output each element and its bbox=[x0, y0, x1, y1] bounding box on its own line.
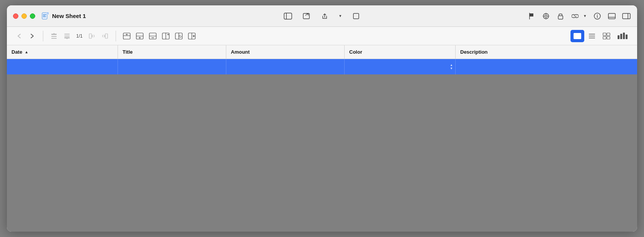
svg-point-19 bbox=[597, 14, 598, 15]
sidebar-left-icon[interactable] bbox=[283, 11, 293, 21]
flag-icon[interactable] bbox=[527, 12, 536, 21]
svg-rect-67 bbox=[603, 36, 606, 39]
svg-rect-2 bbox=[43, 15, 46, 16]
svg-point-11 bbox=[545, 15, 547, 17]
delete-column-button[interactable] bbox=[186, 30, 198, 42]
cell-date[interactable] bbox=[7, 59, 118, 74]
view-toggle-group bbox=[570, 30, 631, 42]
svg-rect-30 bbox=[89, 34, 92, 38]
svg-rect-26 bbox=[51, 38, 57, 39]
titlebar-right-icons: ▾ bbox=[527, 12, 631, 21]
add-column-button[interactable] bbox=[160, 30, 172, 42]
col-description-label: Description bbox=[460, 49, 488, 55]
col-header-amount[interactable]: Amount bbox=[226, 45, 345, 59]
col-header-title[interactable]: Title bbox=[118, 45, 226, 59]
next-page-button[interactable] bbox=[99, 30, 111, 42]
svg-rect-68 bbox=[607, 36, 610, 39]
col-date-label: Date bbox=[11, 49, 22, 55]
doc-icon bbox=[41, 12, 49, 20]
list-view-button[interactable] bbox=[585, 30, 599, 42]
edit-column-button[interactable] bbox=[173, 30, 185, 42]
svg-rect-20 bbox=[608, 13, 615, 19]
card-view-button[interactable] bbox=[600, 30, 613, 42]
col-color-label: Color bbox=[349, 49, 362, 55]
titlebar-center-icons: ▾ bbox=[283, 11, 361, 21]
svg-rect-27 bbox=[64, 34, 70, 35]
row-move-group bbox=[48, 30, 73, 42]
table-edit-group bbox=[121, 30, 198, 42]
table-container: Date ▲ Title Amount Color Description bbox=[7, 45, 637, 232]
svg-rect-29 bbox=[64, 37, 70, 38]
minimize-button[interactable] bbox=[21, 13, 27, 19]
stepper[interactable]: ▲ ▼ bbox=[450, 64, 453, 70]
link-icon[interactable] bbox=[570, 12, 580, 21]
svg-rect-69 bbox=[618, 35, 619, 39]
traffic-lights bbox=[13, 13, 35, 19]
table-view-button[interactable] bbox=[570, 30, 584, 42]
toolbar: 1/1 bbox=[7, 27, 637, 45]
frame-icon[interactable] bbox=[351, 11, 361, 21]
svg-rect-5 bbox=[284, 13, 292, 19]
chart-view-button[interactable] bbox=[614, 30, 631, 42]
sort-ascending-icon: ▲ bbox=[25, 50, 28, 54]
titlebar: New Sheet 1 bbox=[7, 5, 637, 27]
move-row-up-button[interactable] bbox=[48, 30, 60, 42]
svg-rect-24 bbox=[51, 34, 57, 35]
svg-rect-25 bbox=[51, 36, 57, 37]
svg-rect-3 bbox=[43, 16, 46, 17]
close-button[interactable] bbox=[13, 13, 18, 19]
svg-rect-71 bbox=[623, 33, 625, 39]
cell-description[interactable] bbox=[456, 59, 637, 74]
sep-2 bbox=[116, 31, 116, 41]
svg-rect-1 bbox=[43, 14, 46, 15]
svg-rect-22 bbox=[623, 13, 630, 19]
delete-row-button[interactable] bbox=[147, 30, 159, 42]
maximize-button[interactable] bbox=[30, 13, 35, 19]
right-panel-icon[interactable] bbox=[622, 12, 631, 21]
add-row-above-button[interactable] bbox=[121, 30, 133, 42]
stepper-down-icon[interactable]: ▼ bbox=[450, 67, 453, 70]
cell-color[interactable]: ▲ ▼ bbox=[345, 59, 456, 74]
link-dropdown-icon[interactable]: ▾ bbox=[583, 12, 587, 21]
window-title: New Sheet 1 bbox=[52, 13, 86, 19]
cell-amount[interactable] bbox=[226, 59, 345, 74]
svg-rect-72 bbox=[626, 35, 628, 39]
info-icon[interactable] bbox=[593, 12, 602, 21]
svg-rect-8 bbox=[353, 13, 359, 19]
share-link-icon[interactable] bbox=[301, 11, 312, 21]
bottom-bar-icon[interactable] bbox=[607, 12, 616, 21]
svg-rect-28 bbox=[64, 36, 70, 36]
svg-rect-70 bbox=[620, 34, 622, 39]
forward-button[interactable] bbox=[26, 30, 38, 42]
svg-rect-57 bbox=[574, 33, 581, 39]
prev-page-button[interactable] bbox=[86, 30, 98, 42]
lock-icon[interactable] bbox=[556, 12, 565, 21]
back-button[interactable] bbox=[13, 30, 25, 42]
col-header-description[interactable]: Description bbox=[456, 45, 637, 59]
table-body: ▲ ▼ bbox=[7, 59, 637, 232]
move-row-down-button[interactable] bbox=[61, 30, 73, 42]
share-dropdown-icon[interactable]: ▾ bbox=[338, 11, 343, 21]
title-area: New Sheet 1 bbox=[41, 12, 86, 20]
nav-group bbox=[13, 30, 38, 42]
sep-1 bbox=[43, 31, 43, 41]
col-title-label: Title bbox=[123, 49, 133, 55]
page-nav-group bbox=[86, 30, 111, 42]
stepper-up-icon[interactable]: ▲ bbox=[450, 64, 453, 67]
svg-rect-32 bbox=[105, 34, 108, 38]
col-header-date[interactable]: Date ▲ bbox=[7, 45, 118, 59]
main-window: New Sheet 1 bbox=[7, 5, 637, 232]
svg-rect-65 bbox=[603, 33, 606, 36]
cell-title[interactable] bbox=[118, 59, 226, 74]
table-row[interactable]: ▲ ▼ bbox=[7, 59, 637, 74]
add-row-below-button[interactable] bbox=[134, 30, 146, 42]
col-header-color[interactable]: Color bbox=[345, 45, 456, 59]
target-icon[interactable] bbox=[541, 12, 551, 21]
svg-point-10 bbox=[543, 13, 549, 19]
col-amount-label: Amount bbox=[231, 49, 250, 55]
share-icon[interactable] bbox=[319, 11, 330, 21]
svg-rect-16 bbox=[558, 16, 563, 19]
table-header: Date ▲ Title Amount Color Description bbox=[7, 45, 637, 59]
page-indicator: 1/1 bbox=[75, 33, 84, 39]
svg-rect-66 bbox=[607, 33, 610, 36]
